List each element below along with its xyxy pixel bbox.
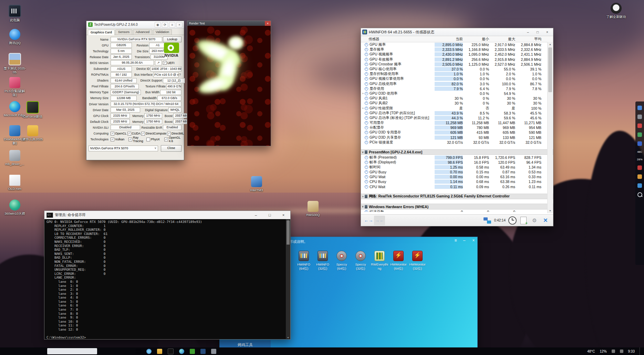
menu-icon[interactable]: ≡ [452, 238, 459, 244]
scrollbar-thumb[interactable] [548, 47, 552, 92]
checkbox-item[interactable]: ✓CUDA [127, 132, 141, 136]
close-icon[interactable]: × [277, 211, 290, 219]
checkbox-item[interactable]: PhysX [146, 138, 164, 141]
checkbox-item[interactable]: ✓Vulkan [111, 138, 128, 141]
scroll-down-icon[interactable]: ▼ [286, 336, 290, 339]
hwinfo-titlebar[interactable]: HWiNFO® 64 v8.21-5655 - 传感器状态 – □ × [361, 28, 553, 36]
sensor-row[interactable]: GPU 风扇230 %0 %30 %30 % [361, 101, 553, 106]
expander-icon[interactable]: ∨ [361, 205, 365, 208]
show-desktop-button[interactable] [640, 347, 641, 355]
cmd-taskbar-icon[interactable] [168, 348, 174, 354]
device-select[interactable]: NVIDIA GeForce RTX 5070 ∨ [89, 146, 158, 151]
desktop-icon[interactable]: 了解全新驱动 [605, 3, 627, 19]
expander-icon[interactable]: > [361, 92, 365, 95]
checkbox-icon[interactable]: ✓ [128, 138, 132, 141]
file-explorer-icon[interactable] [157, 349, 162, 354]
tab-advanced[interactable]: Advanced [133, 29, 152, 35]
checkbox-item[interactable]: ✓DirectML [167, 132, 184, 136]
sensor-section-header[interactable]: >网络: RealTek Semiconductor RTL8125 Gamin… [361, 194, 553, 200]
checkbox-item[interactable]: ✓UEFI [163, 61, 180, 65]
close-button[interactable]: Close [161, 145, 181, 152]
sensor-row[interactable]: 帧率 (Presented)799.0 FPS15.8 FPS1,720.6 F… [361, 155, 553, 160]
sensor-row[interactable]: GPU D3D 共享显存121 MB93 MB133 MB121 MB [361, 135, 553, 140]
lookup-button[interactable]: Lookup [163, 36, 181, 42]
widget-icon[interactable] [637, 123, 642, 128]
desktop-icon[interactable]: PLS合集(破解版) [3, 77, 26, 97]
taskbar-search[interactable] [47, 348, 97, 354]
sensor-row[interactable]: GPU 频率2,895.0 MHz225.0 MHz2,917.0 MHz2,8… [361, 42, 553, 47]
widget-icon[interactable] [637, 106, 642, 110]
minimize-icon[interactable]: – [460, 238, 468, 244]
sensor-row[interactable]: 帧率 (Displayed)98.6 FPS16.0 FPS120.0 FPS9… [361, 160, 553, 165]
minimize-icon[interactable]: – [249, 211, 263, 219]
checkbox-item[interactable]: ✓DirectCompute [141, 132, 166, 136]
close-icon[interactable]: × [543, 29, 552, 35]
help-icon[interactable]: ? [179, 73, 182, 76]
desktop-icon[interactable]: 360win10大师 [3, 200, 26, 215]
close-icon[interactable]: × [470, 238, 477, 244]
edge-taskbar-icon[interactable] [179, 349, 184, 354]
desktop-icon[interactable]: GeForce驱动 [21, 101, 44, 118]
sensor-row[interactable]: GPU D3D 专用显存605 MB415 MB605 MB590 MB [361, 130, 553, 135]
expander-icon[interactable]: > [361, 195, 365, 198]
widget-icon[interactable] [637, 132, 642, 137]
desktop-icon[interactable]: 此电脑 [3, 5, 26, 22]
sensor-row[interactable]: 错误总数000 [361, 209, 553, 212]
sensor-row[interactable]: GPU 总功率 [TDP 的百分比]43.9 %8.5 %58.3 %45.5 … [361, 111, 553, 116]
gpu-z-titlebar[interactable]: Z TechPowerUp GPU-Z 2.64.0 ◉ ⟳ ≡ × [86, 21, 184, 29]
desktop-icon[interactable]: OLD.rom [3, 175, 26, 191]
search-icon[interactable] [637, 192, 642, 197]
widget-icon[interactable] [637, 174, 642, 179]
col-max[interactable]: 最大 [489, 37, 515, 42]
sensor-section-header[interactable]: ∨Windows Hardware Errors (WHEA) [361, 204, 553, 209]
widget-icon[interactable] [637, 141, 642, 146]
sensor-row[interactable]: GPU 有效频率2,891.2 MHz256.6 MHz2,915.8 MHz2… [361, 57, 553, 62]
sensor-row[interactable]: GPU 核心使用率37.0 %0.0 %55.0 %39.1 % [361, 67, 553, 72]
search-circle-icon[interactable] [146, 349, 152, 354]
render-test-window[interactable]: Render Test × [187, 21, 271, 146]
render-test-titlebar[interactable]: Render Test × [187, 21, 271, 26]
checkbox-icon[interactable]: ✓ [167, 132, 171, 136]
maximize-icon[interactable]: □ [533, 29, 542, 35]
sensor-row[interactable]: GPU 风扇130 %0 %30 %30 % [361, 96, 553, 101]
sensor-row[interactable]: GPU Busy0.70 ms0.15 ms0.87 ms0.53 ms [361, 170, 553, 174]
hwinfo-window[interactable]: HWiNFO® 64 v8.21-5655 - 传感器状态 – □ × 传感器 … [361, 28, 553, 226]
app-taskbar-icon[interactable] [211, 349, 216, 354]
desktop-icon[interactable]: 腾讯QQ [3, 29, 26, 45]
hwinfo-taskbar-icon[interactable] [200, 349, 206, 354]
collapse-arrows-icon[interactable]: →← [374, 216, 385, 225]
col-sensor[interactable]: 传感器 [361, 37, 435, 42]
close-icon[interactable]: × [176, 22, 183, 28]
scrollbar-thumb[interactable] [287, 220, 290, 245]
desktop-icon[interactable]: IntelTM3 [245, 176, 268, 192]
sensor-row[interactable]: GPU 视频引擎使用率0.0 %0.0 %0.0 %0.0 % [361, 76, 553, 81]
sensor-row[interactable]: PCIe 链接速度32.0 GT/s32.0 GT/s32.0 GT/s32.0… [361, 140, 553, 145]
sensor-row[interactable]: 显存控制器使用率1.0 %1.0 %2.0 %1.0 % [361, 72, 553, 76]
sensor-row[interactable]: CPU Busy1.14 ms0.68 ms63.38 ms1.23 ms [361, 179, 553, 184]
hwinfo-scrollbar[interactable]: ▲ ▼ [547, 42, 553, 213]
tab-sensors[interactable]: Sensors [115, 29, 132, 35]
widget-icon[interactable] [637, 115, 642, 119]
desktop-icon[interactable]: RMS00Q [302, 201, 324, 217]
expander-icon[interactable]: ∨ [361, 151, 365, 154]
cpu-temp-widget[interactable]: 48°C [587, 349, 595, 353]
gpu-z-taskbar-icon[interactable] [190, 349, 195, 354]
sensor-row[interactable]: 显存使用7.9 %6.4 %7.9 %7.8 % [361, 86, 553, 91]
sensor-row[interactable]: GPU Wait0.00 ms0.00 ms63.16 ms0.33 ms [361, 174, 553, 179]
widget-icon[interactable] [637, 165, 642, 170]
col-avg[interactable]: 平均 [515, 37, 541, 42]
checkbox-icon[interactable] [146, 138, 150, 141]
sensor-row[interactable]: GPU 总线使用率82.0 %3.0 %100.0 %86.7 % [361, 82, 553, 86]
cmd-scrollbar[interactable]: ▲ ▼ [286, 219, 290, 339]
col-current[interactable]: 当前 [435, 37, 463, 42]
gear-icon[interactable]: ⚙ [529, 216, 540, 225]
sensor-row[interactable]: 分配显存969 MB780 MB969 MB954 MB [361, 125, 553, 130]
tray-icon[interactable] [612, 349, 615, 353]
expander-icon[interactable]: > [361, 107, 365, 110]
checkbox-icon[interactable]: ✓ [111, 132, 114, 136]
share-icon[interactable]: ↗ [155, 60, 162, 65]
checkbox-icon[interactable]: ✓ [127, 132, 131, 136]
desktop-icon[interactable]: 显卡测试 2025-05 [3, 53, 26, 74]
checkbox-icon[interactable]: ✓ [111, 138, 114, 141]
clock[interactable]: 9:33 [628, 349, 635, 353]
